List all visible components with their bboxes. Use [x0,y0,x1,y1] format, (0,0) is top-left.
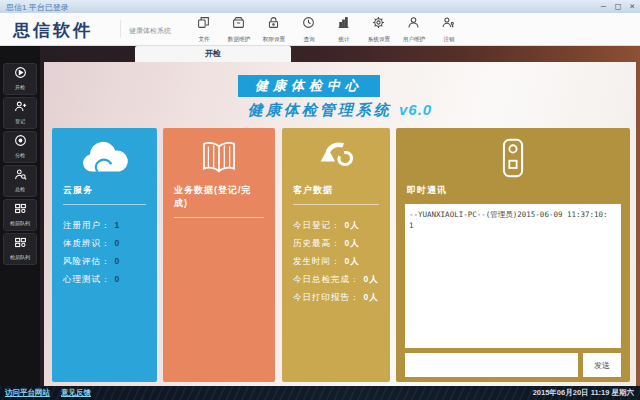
app-subtitle: 健康体检系统 [129,26,171,36]
im-input[interactable] [405,353,578,377]
card-instant-messaging: 即时通讯 --YUANXIAOLI-PC--(管理员)2015-06-09 11… [396,128,630,382]
card-cloud-service: 云服务 注册用户：1 体质辨识：0 风险评估：0 心理测试：0 [52,128,157,382]
user-search-icon [14,167,27,185]
toolbar-button-statistics[interactable]: 统计 [326,13,361,46]
banner-subtitle: 健康体检管理系统 v6.0 [44,101,636,120]
toolbar-buttons: 文件 数据维护 权限设置 查询 统计 系统设置 用户维护 注销 [186,13,466,46]
statusbar: 访问平台网站 意见反馈 2015年06月20日 11:19 星期六 [0,386,640,400]
statusbar-datetime: 2015年06月20日 11:19 星期六 [533,386,634,400]
im-message-log[interactable]: --YUANXIAOLI-PC--(管理员)2015-06-09 11:37:1… [405,204,621,348]
open-book-icon [163,137,275,179]
card-customer-data: 客户数据 今日登记：0人 历史最高：0人 发生时间：0人 今日总检完成：0人 今… [282,128,390,382]
disc-icon [14,133,27,151]
stat-registered-users: 注册用户：1 [63,216,146,234]
stat-risk-assessment: 风险评估：0 [63,252,146,270]
sidebar-item-general-review[interactable]: 总检 [3,165,37,197]
card-title: 业务数据(登记/完成) [174,184,264,210]
stat-today-registered: 今日登记：0人 [293,216,379,234]
send-button[interactable]: 发送 [583,353,621,377]
app-logo-text: 思信软件 [13,19,93,42]
cloud-icon [52,137,157,179]
sidebar-item-department-exam[interactable]: 分检 [3,131,37,163]
sidebar-item-post-exam-queue[interactable]: 检后队列 [3,233,37,265]
toolbar-button-data-maintenance[interactable]: 数据维护 [221,13,256,46]
toolbar-button-system-settings[interactable]: 系统设置 [361,13,396,46]
card-title: 云服务 [63,184,146,197]
mobile-phone-icon [396,137,630,179]
minimize-button[interactable]: – [601,2,606,11]
card-title: 即时通讯 [407,184,619,197]
sidebar-item-register[interactable]: 登记 [3,97,37,129]
user-plus-icon [14,99,27,117]
stat-psych-test: 心理测试：0 [63,270,146,288]
toolbar-button-logout[interactable]: 注销 [431,13,466,46]
hand-click-icon [282,137,390,179]
window-titlebar[interactable]: 思信1 平台已登录 – □ × [0,0,640,13]
sidebar-item-open-exam[interactable]: 开检 [3,63,37,95]
sidebar: 开检 登记 分检 总检 检前队列 检后队列 [0,46,40,386]
queue-grid-icon [14,235,27,253]
toolbar-button-file[interactable]: 文件 [186,13,221,46]
link-feedback[interactable]: 意见反馈 [61,388,91,398]
files-icon [197,15,210,33]
stat-today-completed: 今日总检完成：0人 [293,270,379,288]
toolbar-separator [120,20,121,38]
toolbar: 思信软件 健康体检系统 文件 数据维护 权限设置 查询 统计 系统设置 [0,13,640,46]
banner-title: 健康体检中心 [238,75,380,97]
stat-today-printed: 今日打印报告：0人 [293,288,379,306]
queue-grid-icon [14,201,27,219]
user-icon [407,15,420,33]
clock-icon [302,15,315,33]
play-circle-icon [14,65,27,83]
gear-icon [372,15,385,33]
tab-open-exam[interactable]: 开检 [135,46,291,62]
stat-occurrence-time: 发生时间：0人 [293,252,379,270]
divider [174,217,264,218]
toolbar-button-permissions[interactable]: 权限设置 [256,13,291,46]
sidebar-item-pre-exam-queue[interactable]: 检前队列 [3,199,37,231]
divider [63,204,146,205]
bar-chart-icon [337,15,350,33]
version-text: v6.0 [399,101,432,118]
maximize-button[interactable]: □ [615,2,620,11]
card-title: 客户数据 [293,184,379,197]
stat-constitution-id: 体质辨识：0 [63,234,146,252]
toolbar-button-query[interactable]: 查询 [291,13,326,46]
toolbar-button-user-maintenance[interactable]: 用户维护 [396,13,431,46]
window-controls: – □ × [601,0,635,13]
close-button[interactable]: × [630,2,635,11]
link-platform-site[interactable]: 访问平台网站 [5,388,50,398]
divider [293,204,379,205]
user-key-icon [442,15,455,33]
card-business-data: 业务数据(登记/完成) [163,128,275,382]
archive-box-icon [232,15,245,33]
titlebar-status-text: 思信1 平台已登录 [6,2,69,13]
lock-icon [267,15,280,33]
main-panel: 健康体检中心 健康体检管理系统 v6.0 云服务 注册用户：1 体质辨识：0 风… [44,62,636,386]
stat-historical-max: 历史最高：0人 [293,234,379,252]
